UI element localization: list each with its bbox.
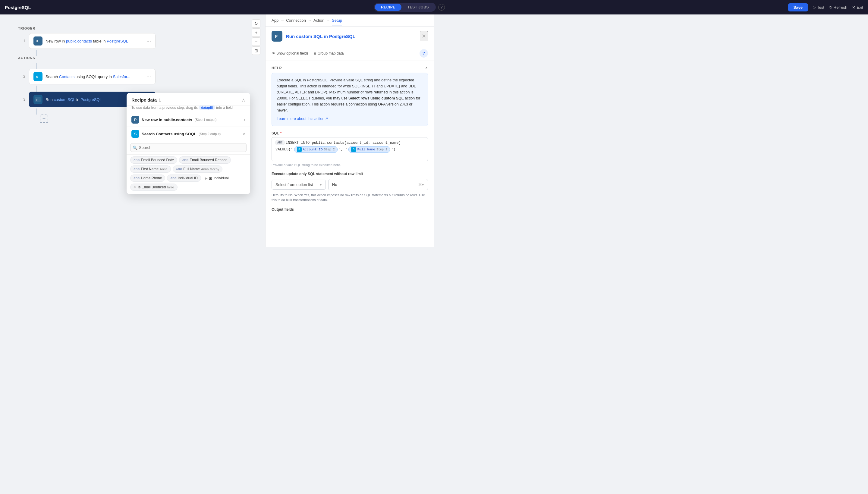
search-wrap: 🔍	[130, 143, 247, 152]
panel-header-link1[interactable]: custom SQL	[296, 34, 323, 39]
popup-section-badge-1: (Step 1 output)	[195, 118, 217, 121]
step-card-1[interactable]: P New row in public.contacts table in Po…	[29, 33, 155, 49]
step-link-3b[interactable]: PostgreSQL	[80, 97, 102, 102]
datapill-email-bounced-date[interactable]: ABC Email Bounced Date	[130, 156, 177, 164]
nav-sep-1: →	[280, 18, 284, 23]
step-row-1: 1 P New row in public.contacts table in …	[18, 33, 247, 49]
nav-setup[interactable]: Setup	[332, 18, 342, 26]
sql-pill-full-name[interactable]: S Full Name Step 2	[348, 146, 390, 153]
step-link-2a[interactable]: Contacts	[59, 74, 74, 79]
step-num-1: 1	[18, 39, 25, 43]
sql-section: SQL * ABC INSERT INTO public.contacts(ac…	[272, 131, 428, 167]
panel-close-button[interactable]: ✕	[420, 31, 428, 41]
help-label: HELP	[272, 66, 282, 70]
sql-pill-icon-2: S	[351, 147, 356, 152]
output-section: Output fields	[272, 207, 428, 212]
datapill-first-name[interactable]: ABC First Name Anna	[130, 166, 171, 173]
step-num-2: 2	[18, 74, 25, 79]
refresh-canvas-btn[interactable]: ↻	[252, 19, 261, 28]
connector-3	[36, 86, 37, 92]
step-icon-3: P	[34, 95, 42, 104]
datapill-full-name[interactable]: ABC Full Name Anna Mccoy	[173, 166, 223, 173]
zoom-in-btn[interactable]: +	[252, 28, 261, 37]
nav-app[interactable]: App	[272, 18, 278, 23]
clear-value-icon[interactable]: ✕	[418, 182, 422, 188]
popup-section-step1: P New row in public.contacts (Step 1 out…	[127, 113, 250, 127]
popup-section-icon-2: S	[131, 130, 139, 138]
app-logo: PostgreSQL	[5, 5, 31, 10]
canvas: TRIGGER 1 P New row in public.contacts t…	[0, 15, 265, 247]
step-icon-1: P	[34, 36, 42, 45]
popup-section-chevron-1: ›	[244, 117, 245, 122]
step-link-2b[interactable]: Salesfor...	[113, 74, 131, 79]
select-from-list-dropdown[interactable]: Select from option list ▾	[272, 179, 326, 190]
help-box: Execute a SQL in PostgreSQL. Provide a v…	[272, 73, 428, 126]
panel-help-button[interactable]: ?	[420, 49, 428, 58]
popup-section-header-step1[interactable]: P New row in public.contacts (Step 1 out…	[127, 113, 250, 127]
datapill-is-email-bounced[interactable]: 👁 Is Email Bounced false	[130, 184, 177, 191]
step-link-1a[interactable]: public.contacts	[66, 39, 92, 43]
step-link-3a[interactable]: custom SQL	[54, 97, 75, 102]
output-label: Output fields	[272, 207, 428, 212]
step-options-1[interactable]: ···	[147, 38, 151, 44]
popup-subtitle: To use data from a previous step, drag i…	[127, 106, 250, 113]
datapill-label: datapill	[199, 106, 215, 110]
popup-header-left: Recipe data ℹ	[131, 97, 161, 102]
help-section: HELP ∧ Execute a SQL in PostgreSQL. Prov…	[272, 66, 428, 126]
search-input[interactable]	[130, 143, 247, 152]
popup-section-step2: S Search Contacts using SOQL (Step 2 out…	[127, 127, 250, 194]
svg-text:S: S	[36, 75, 38, 78]
topbar: PostgreSQL RECIPE TEST JOBS ? Save ▷ Tes…	[0, 0, 434, 15]
group-map-data-link[interactable]: ⊞ Group map data	[313, 51, 344, 55]
connector-2	[36, 63, 37, 69]
tab-test-jobs[interactable]: TEST JOBS	[402, 4, 434, 11]
step-text-1: New row in public.contacts table in Post…	[45, 39, 143, 43]
popup-header: Recipe data ℹ ∧	[127, 93, 250, 106]
sql-editor[interactable]: ABC INSERT INTO public.contacts(account_…	[272, 137, 428, 161]
step-text-2: Search Contacts using SOQL query in Sale…	[45, 74, 143, 79]
panel-toolbar: 👁 Show optional fields ⊞ Group map data …	[266, 46, 434, 61]
learn-more-link[interactable]: Learn more about this action ↗	[277, 116, 328, 122]
nav-action[interactable]: Action	[313, 18, 324, 23]
fit-canvas-btn[interactable]: ⊞	[252, 46, 261, 55]
value-chevron-icon: ▾	[422, 182, 424, 187]
popup-section-badge-2: (Step 2 output)	[199, 132, 220, 136]
popup-collapse-icon[interactable]: ∧	[242, 97, 245, 103]
sql-line-1: ABC INSERT INTO public.contacts(account_…	[275, 140, 424, 145]
search-box: 🔍	[127, 141, 250, 155]
nav-sep-2: →	[308, 18, 312, 23]
add-step-button[interactable]: +	[40, 115, 48, 123]
datapill-individual-id[interactable]: ABC Individual ID	[167, 174, 201, 182]
value-dropdown[interactable]: No ✕ ▾	[328, 179, 428, 190]
eye-icon: 👁	[272, 51, 275, 55]
panel-header-text: Run custom SQL in PostgreSQL	[286, 34, 416, 39]
step-card-2[interactable]: S Search Contacts using SOQL query in Sa…	[29, 69, 155, 84]
datapill-home-phone[interactable]: ABC Home Phone	[130, 174, 165, 182]
nav-connection[interactable]: Connection	[286, 18, 306, 23]
step-link-1b[interactable]: PostgreSQL	[107, 39, 128, 43]
topbar-left: PostgreSQL	[5, 5, 31, 10]
show-optional-fields-link[interactable]: 👁 Show optional fields	[272, 51, 309, 55]
dropdown-chevron-icon: ▾	[320, 182, 322, 187]
popup-section-header-left-2: S Search Contacts using SOQL (Step 2 out…	[131, 130, 220, 138]
actions-label: ACTIONS	[18, 56, 247, 60]
recipe-popup: Recipe data ℹ ∧ To use data from a previ…	[127, 93, 250, 194]
panel-header-link2[interactable]: PostgreSQL	[329, 34, 355, 39]
zoom-out-btn[interactable]: −	[252, 37, 261, 46]
popup-help-icon[interactable]: ℹ	[159, 98, 161, 102]
sql-pill-account-id[interactable]: S Account ID Step 2	[294, 146, 337, 153]
execute-label: Execute update only SQL statement withou…	[272, 171, 428, 177]
popup-section-header-step2[interactable]: S Search Contacts using SOQL (Step 2 out…	[127, 127, 250, 141]
datapill-email-bounced-reason[interactable]: ABC Email Bounced Reason	[179, 156, 231, 164]
step-options-2[interactable]: ···	[147, 74, 151, 80]
trigger-label: TRIGGER	[18, 26, 247, 30]
popup-section-title-2: Search Contacts using SOQL	[142, 132, 196, 136]
popup-section-chevron-2: ∨	[242, 131, 245, 136]
tab-group: RECIPE TEST JOBS	[374, 3, 434, 12]
datapill-individual-folder[interactable]: ▶ ⊞ Individual	[203, 174, 231, 182]
canvas-controls: ↻ + − ⊞	[252, 19, 261, 55]
help-toggle[interactable]: HELP ∧	[272, 66, 428, 70]
nav-sep-3: →	[326, 18, 330, 23]
connector-1	[36, 50, 37, 56]
tab-recipe[interactable]: RECIPE	[375, 4, 402, 11]
